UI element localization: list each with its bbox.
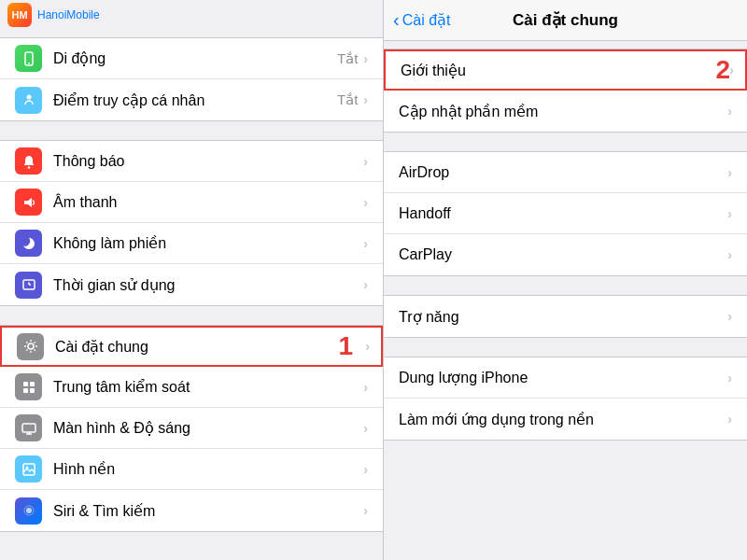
intro-label: Giới thiệu [401, 62, 708, 79]
carplay-label: CarPlay [399, 246, 727, 263]
siri-chevron: › [363, 503, 368, 518]
wallpaper-icon [15, 455, 42, 483]
carplay-chevron: › [727, 247, 732, 262]
svg-point-19 [26, 508, 32, 513]
right-item-software[interactable]: Cập nhật phần mềm › [384, 91, 747, 132]
right-item-background[interactable]: Làm mới ứng dụng trong nền › [384, 399, 747, 440]
airdrop-label: AirDrop [399, 164, 727, 181]
screentime-chevron: › [363, 277, 368, 292]
dnd-icon [15, 230, 42, 257]
settings-item-display[interactable]: Màn hình & Độ sáng › [0, 408, 383, 449]
general-icon [17, 333, 44, 360]
control-chevron: › [363, 380, 368, 395]
sound-icon [15, 189, 42, 216]
access-value: Tắt [337, 91, 358, 108]
right-group-3: Trợ năng › [384, 295, 747, 338]
notif-chevron: › [363, 154, 368, 169]
svg-rect-13 [22, 424, 35, 432]
notif-label: Thông báo [53, 153, 363, 170]
settings-item-sound[interactable]: Âm thanh › [0, 182, 383, 223]
right-item-intro[interactable]: Giới thiệu 2 › [384, 49, 747, 91]
sound-label: Âm thanh [53, 194, 363, 211]
settings-item-dnd[interactable]: Không làm phiền › [0, 223, 383, 264]
settings-item-screentime[interactable]: Thời gian sử dụng › [0, 264, 383, 305]
mobile-icon [15, 45, 42, 72]
mobile-value: Tắt [337, 50, 358, 67]
storage-chevron: › [727, 371, 732, 385]
right-panel: ‹ Cài đặt Cài đặt chung Giới thiệu 2 › C… [383, 0, 747, 560]
settings-group-1: Di động Tắt › Điểm truy cập cá nhân Tắt … [0, 37, 383, 121]
right-nav-title: Cài đặt chung [513, 10, 618, 30]
settings-item-mobile[interactable]: Di động Tắt › [0, 38, 383, 79]
svg-point-3 [27, 166, 29, 168]
wallpaper-label: Hình nền [53, 460, 363, 478]
display-label: Màn hình & Độ sáng [53, 419, 363, 437]
mobile-label: Di động [53, 49, 337, 67]
svg-marker-4 [24, 198, 32, 207]
step-2-badge: 2 [715, 55, 730, 85]
handoff-label: Handoff [399, 205, 727, 222]
top-spacer-right [384, 41, 747, 49]
settings-item-notif[interactable]: Thông báo › [0, 141, 383, 182]
svg-rect-1 [28, 63, 30, 64]
right-group-2: AirDrop › Handoff › CarPlay › [384, 151, 747, 276]
settings-group-3: Cài đặt chung 1 › Trung tâm kiểm soát › … [0, 325, 383, 532]
settings-item-general[interactable]: Cài đặt chung 1 › [0, 326, 383, 367]
right-item-accessibility[interactable]: Trợ năng › [384, 296, 747, 337]
svg-rect-10 [30, 382, 35, 386]
left-panel: HM HanoiMobile Di động Tắt › Điểm truy c… [0, 0, 383, 560]
accessibility-chevron: › [727, 309, 732, 324]
settings-item-siri[interactable]: Siri & Tìm kiếm › [0, 490, 383, 531]
access-chevron: › [363, 92, 368, 107]
right-nav-bar: ‹ Cài đặt Cài đặt chung [384, 0, 747, 41]
right-item-storage[interactable]: Dung lượng iPhone › [384, 357, 747, 399]
notif-icon [15, 147, 42, 175]
control-icon [15, 373, 42, 400]
control-label: Trung tâm kiểm soát [53, 378, 363, 396]
background-chevron: › [727, 412, 732, 427]
right-item-airdrop[interactable]: AirDrop › [384, 152, 747, 193]
dnd-label: Không làm phiền [53, 234, 363, 252]
right-group-4: Dung lượng iPhone › Làm mới ứng dụng tro… [384, 357, 747, 441]
general-label: Cài đặt chung [55, 338, 366, 356]
general-chevron: › [365, 339, 370, 354]
top-spacer-left [0, 30, 383, 37]
siri-icon [15, 497, 42, 525]
intro-chevron: › [729, 63, 734, 77]
logo-text: HanoiMobile [37, 8, 100, 21]
settings-group-2: Thông báo › Âm thanh › Không làm phiền ›… [0, 140, 383, 306]
access-label: Điểm truy cập cá nhân [53, 91, 337, 109]
settings-item-access[interactable]: Điểm truy cập cá nhân Tắt › [0, 79, 383, 120]
step-1-badge: 1 [338, 331, 353, 361]
accessibility-label: Trợ năng [399, 308, 727, 326]
settings-item-wallpaper[interactable]: Hình nền › [0, 449, 383, 490]
back-button[interactable]: ‹ Cài đặt [393, 9, 450, 31]
svg-point-8 [28, 343, 34, 349]
dnd-chevron: › [363, 236, 368, 251]
access-icon [15, 87, 42, 114]
right-item-handoff[interactable]: Handoff › [384, 193, 747, 234]
svg-rect-11 [23, 388, 28, 393]
hanoi-logo-icon: HM [7, 3, 32, 27]
software-chevron: › [727, 104, 732, 119]
svg-rect-9 [23, 382, 28, 386]
logo-row: HM HanoiMobile [0, 0, 383, 30]
svg-rect-12 [30, 388, 35, 393]
screentime-icon [15, 272, 42, 299]
mobile-chevron: › [363, 51, 368, 66]
right-item-carplay[interactable]: CarPlay › [384, 234, 747, 275]
display-chevron: › [363, 421, 368, 436]
svg-point-2 [26, 95, 31, 100]
screentime-label: Thời gian sử dụng [53, 276, 363, 294]
svg-rect-16 [23, 464, 35, 475]
settings-item-control[interactable]: Trung tâm kiểm soát › [0, 367, 383, 408]
handoff-chevron: › [727, 206, 732, 221]
airdrop-chevron: › [727, 165, 732, 180]
back-label: Cài đặt [402, 11, 451, 29]
display-icon [15, 414, 42, 441]
storage-label: Dung lượng iPhone [399, 369, 727, 386]
software-label: Cập nhật phần mềm [399, 103, 727, 120]
right-group-1: Giới thiệu 2 › Cập nhật phần mềm › [384, 49, 747, 133]
siri-label: Siri & Tìm kiếm [53, 502, 363, 520]
background-label: Làm mới ứng dụng trong nền [399, 411, 727, 428]
